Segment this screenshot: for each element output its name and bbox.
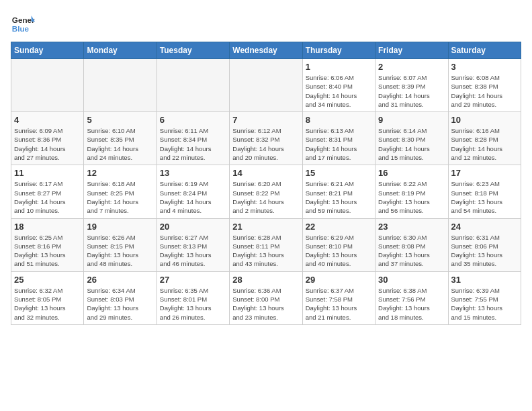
day-info: Sunrise: 6:29 AM Sunset: 8:10 PM Dayligh… (306, 233, 372, 269)
day-number: 29 (306, 275, 372, 285)
calendar-cell: 2Sunrise: 6:07 AM Sunset: 8:39 PM Daylig… (375, 59, 448, 112)
day-number: 23 (378, 222, 445, 232)
day-number: 18 (14, 222, 81, 232)
day-info: Sunrise: 6:28 AM Sunset: 8:11 PM Dayligh… (232, 233, 299, 269)
calendar-cell: 8Sunrise: 6:13 AM Sunset: 8:31 PM Daylig… (302, 112, 375, 165)
calendar-cell: 22Sunrise: 6:29 AM Sunset: 8:10 PM Dayli… (302, 218, 375, 271)
calendar-cell: 3Sunrise: 6:08 AM Sunset: 8:38 PM Daylig… (448, 59, 521, 112)
day-info: Sunrise: 6:18 AM Sunset: 8:25 PM Dayligh… (87, 179, 153, 215)
calendar-cell: 31Sunrise: 6:39 AM Sunset: 7:55 PM Dayli… (448, 271, 521, 324)
day-number: 14 (232, 168, 299, 178)
day-info: Sunrise: 6:34 AM Sunset: 8:03 PM Dayligh… (87, 286, 153, 322)
day-info: Sunrise: 6:11 AM Sunset: 8:34 PM Dayligh… (160, 126, 226, 162)
calendar-cell: 5Sunrise: 6:10 AM Sunset: 8:35 PM Daylig… (84, 112, 157, 165)
calendar-cell: 21Sunrise: 6:28 AM Sunset: 8:11 PM Dayli… (230, 218, 302, 271)
calendar-cell (11, 59, 84, 112)
day-info: Sunrise: 6:35 AM Sunset: 8:01 PM Dayligh… (160, 286, 226, 322)
day-info: Sunrise: 6:39 AM Sunset: 7:55 PM Dayligh… (451, 286, 518, 322)
weekday-header: Sunday (11, 42, 84, 59)
day-number: 11 (14, 168, 81, 178)
day-number: 24 (451, 222, 518, 232)
day-number: 15 (306, 168, 372, 178)
calendar-table: SundayMondayTuesdayWednesdayThursdayFrid… (11, 42, 521, 325)
day-number: 30 (378, 275, 445, 285)
day-info: Sunrise: 6:26 AM Sunset: 8:15 PM Dayligh… (87, 233, 153, 269)
calendar-cell: 19Sunrise: 6:26 AM Sunset: 8:15 PM Dayli… (84, 218, 157, 271)
day-info: Sunrise: 6:37 AM Sunset: 7:58 PM Dayligh… (306, 286, 372, 322)
calendar-cell: 11Sunrise: 6:17 AM Sunset: 8:27 PM Dayli… (11, 165, 84, 218)
calendar-cell: 7Sunrise: 6:12 AM Sunset: 8:32 PM Daylig… (230, 112, 302, 165)
calendar-cell: 15Sunrise: 6:21 AM Sunset: 8:21 PM Dayli… (302, 165, 375, 218)
day-info: Sunrise: 6:14 AM Sunset: 8:30 PM Dayligh… (378, 126, 445, 162)
calendar-week-row: 25Sunrise: 6:32 AM Sunset: 8:05 PM Dayli… (11, 271, 521, 324)
day-number: 3 (451, 62, 518, 72)
calendar-week-row: 18Sunrise: 6:25 AM Sunset: 8:16 PM Dayli… (11, 218, 521, 271)
calendar-cell: 29Sunrise: 6:37 AM Sunset: 7:58 PM Dayli… (302, 271, 375, 324)
day-number: 13 (160, 168, 226, 178)
day-number: 17 (451, 168, 518, 178)
calendar-cell: 16Sunrise: 6:22 AM Sunset: 8:19 PM Dayli… (375, 165, 448, 218)
day-number: 5 (87, 115, 153, 125)
calendar-cell: 27Sunrise: 6:35 AM Sunset: 8:01 PM Dayli… (157, 271, 229, 324)
day-number: 6 (160, 115, 226, 125)
day-info: Sunrise: 6:10 AM Sunset: 8:35 PM Dayligh… (87, 126, 153, 162)
calendar-body: 1Sunrise: 6:06 AM Sunset: 8:40 PM Daylig… (11, 59, 521, 325)
day-number: 2 (378, 62, 445, 72)
calendar-cell: 13Sunrise: 6:19 AM Sunset: 8:24 PM Dayli… (157, 165, 229, 218)
day-info: Sunrise: 6:16 AM Sunset: 8:28 PM Dayligh… (451, 126, 518, 162)
calendar-cell: 10Sunrise: 6:16 AM Sunset: 8:28 PM Dayli… (448, 112, 521, 165)
calendar-cell: 9Sunrise: 6:14 AM Sunset: 8:30 PM Daylig… (375, 112, 448, 165)
calendar-cell: 14Sunrise: 6:20 AM Sunset: 8:22 PM Dayli… (230, 165, 302, 218)
weekday-header: Friday (375, 42, 448, 59)
weekday-header: Saturday (448, 42, 521, 59)
calendar-cell: 17Sunrise: 6:23 AM Sunset: 8:18 PM Dayli… (448, 165, 521, 218)
logo-icon: General Blue (11, 11, 35, 35)
calendar-cell: 30Sunrise: 6:38 AM Sunset: 7:56 PM Dayli… (375, 271, 448, 324)
day-info: Sunrise: 6:31 AM Sunset: 8:06 PM Dayligh… (451, 233, 518, 269)
calendar-cell: 28Sunrise: 6:36 AM Sunset: 8:00 PM Dayli… (230, 271, 302, 324)
day-number: 25 (14, 275, 81, 285)
day-number: 8 (306, 115, 372, 125)
day-number: 7 (232, 115, 299, 125)
svg-text:Blue: Blue (12, 24, 30, 33)
day-info: Sunrise: 6:25 AM Sunset: 8:16 PM Dayligh… (14, 233, 81, 269)
calendar-cell: 23Sunrise: 6:30 AM Sunset: 8:08 PM Dayli… (375, 218, 448, 271)
weekday-header-row: SundayMondayTuesdayWednesdayThursdayFrid… (11, 42, 521, 59)
day-info: Sunrise: 6:27 AM Sunset: 8:13 PM Dayligh… (160, 233, 226, 269)
calendar-cell: 6Sunrise: 6:11 AM Sunset: 8:34 PM Daylig… (157, 112, 229, 165)
day-number: 12 (87, 168, 153, 178)
weekday-header: Wednesday (230, 42, 302, 59)
day-number: 20 (160, 222, 226, 232)
page-header: General Blue (11, 11, 521, 35)
day-info: Sunrise: 6:30 AM Sunset: 8:08 PM Dayligh… (378, 233, 445, 269)
weekday-header: Thursday (302, 42, 375, 59)
day-number: 31 (451, 275, 518, 285)
calendar-cell: 12Sunrise: 6:18 AM Sunset: 8:25 PM Dayli… (84, 165, 157, 218)
day-number: 21 (232, 222, 299, 232)
day-info: Sunrise: 6:19 AM Sunset: 8:24 PM Dayligh… (160, 179, 226, 215)
calendar-week-row: 1Sunrise: 6:06 AM Sunset: 8:40 PM Daylig… (11, 59, 521, 112)
calendar-cell: 18Sunrise: 6:25 AM Sunset: 8:16 PM Dayli… (11, 218, 84, 271)
day-info: Sunrise: 6:23 AM Sunset: 8:18 PM Dayligh… (451, 179, 518, 215)
day-info: Sunrise: 6:17 AM Sunset: 8:27 PM Dayligh… (14, 179, 81, 215)
calendar-week-row: 4Sunrise: 6:09 AM Sunset: 8:36 PM Daylig… (11, 112, 521, 165)
weekday-header: Tuesday (157, 42, 229, 59)
calendar-cell: 20Sunrise: 6:27 AM Sunset: 8:13 PM Dayli… (157, 218, 229, 271)
day-info: Sunrise: 6:38 AM Sunset: 7:56 PM Dayligh… (378, 286, 445, 322)
day-info: Sunrise: 6:09 AM Sunset: 8:36 PM Dayligh… (14, 126, 81, 162)
day-number: 1 (306, 62, 372, 72)
day-info: Sunrise: 6:08 AM Sunset: 8:38 PM Dayligh… (451, 73, 518, 109)
calendar-cell: 4Sunrise: 6:09 AM Sunset: 8:36 PM Daylig… (11, 112, 84, 165)
day-info: Sunrise: 6:12 AM Sunset: 8:32 PM Dayligh… (232, 126, 299, 162)
day-number: 28 (232, 275, 299, 285)
day-info: Sunrise: 6:36 AM Sunset: 8:00 PM Dayligh… (232, 286, 299, 322)
day-number: 9 (378, 115, 445, 125)
logo: General Blue (11, 11, 35, 35)
calendar-cell (84, 59, 157, 112)
weekday-header: Monday (84, 42, 157, 59)
day-number: 22 (306, 222, 372, 232)
day-info: Sunrise: 6:22 AM Sunset: 8:19 PM Dayligh… (378, 179, 445, 215)
calendar-cell: 25Sunrise: 6:32 AM Sunset: 8:05 PM Dayli… (11, 271, 84, 324)
day-info: Sunrise: 6:13 AM Sunset: 8:31 PM Dayligh… (306, 126, 372, 162)
day-number: 10 (451, 115, 518, 125)
